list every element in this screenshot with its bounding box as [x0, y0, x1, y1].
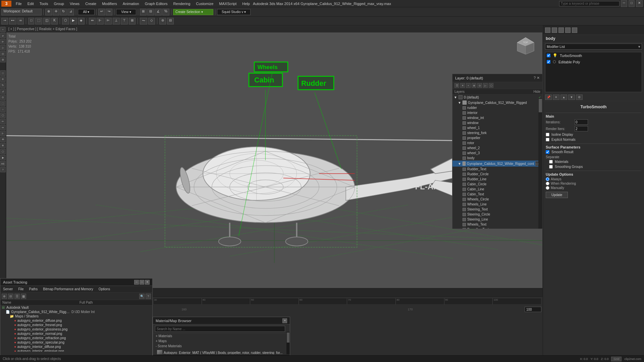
sidebar-freeze-cat[interactable]: ❄ [0, 143, 6, 148]
at-menu-bitmap[interactable]: Bitmap Performance and Memory [42, 287, 95, 291]
at-menu-file[interactable]: File [17, 287, 25, 291]
sidebar-align[interactable]: ⊩ [0, 131, 6, 136]
layer-item-rudder-text[interactable]: Rudder_Text≡ [452, 167, 542, 172]
layer-item-steering-fork[interactable]: steering_fork≡ [452, 130, 542, 135]
sidebar-rotate[interactable]: ↻ [0, 82, 6, 88]
layer-item-window[interactable]: window≡ [452, 120, 542, 125]
align-view-btn[interactable]: ⊨ [105, 18, 112, 24]
at-item-tex-8[interactable]: ■ autogyro_interior_emissive.png [0, 349, 152, 352]
sidebar-sel-rect[interactable]: ⬚ [0, 101, 6, 106]
mod-up-btn[interactable]: ▲ [560, 95, 567, 100]
sel-filter-btn[interactable]: □ [28, 18, 34, 24]
layer-item-rudder-circle[interactable]: Rudder_Circle≡ [452, 172, 542, 177]
at-item-tex-5[interactable]: ■ autogyro_exterior_refraction.png [0, 336, 152, 340]
snap-btn[interactable]: ⊞ [140, 9, 147, 15]
ts-manually-radio[interactable] [546, 186, 549, 190]
at-item-tex-3[interactable]: ■ autogyro_exterior_glossiness.png [0, 327, 152, 331]
at-menu-options[interactable]: Options [97, 287, 111, 291]
sidebar-help[interactable]: ? [0, 167, 6, 172]
menu-item-customize[interactable]: Customize [193, 1, 216, 6]
at-item-tex-2[interactable]: ■ autogyro_exterior_fresnel.png [0, 323, 152, 327]
menu-item-edit[interactable]: Edit [25, 1, 37, 6]
modifier-turbosmooth[interactable]: 💡 TurboSmooth [545, 52, 642, 59]
ribbon-btn[interactable]: ⊟ [167, 18, 174, 24]
sidebar-mirror[interactable]: ⇔ [0, 125, 6, 130]
mod-del-btn[interactable]: ✕ [553, 95, 559, 100]
create-selection-btn[interactable]: Create Selection ▾ [173, 9, 213, 15]
angle-snap-btn[interactable]: ∡ [155, 9, 162, 15]
menu-item-tools[interactable]: Tools [37, 1, 51, 6]
place-high-btn[interactable]: ⊤ [121, 18, 128, 24]
layer-item-rotor[interactable]: rotor≡ [452, 140, 542, 145]
ts-materials-checkbox[interactable] [549, 160, 553, 164]
normal-align-btn[interactable]: ⊥ [113, 18, 120, 24]
layer-item-cabin-text[interactable]: Cabin_Text≡ [452, 192, 542, 197]
layers-scroll-thumb[interactable] [539, 99, 542, 112]
grid-settings-btn[interactable]: Grid [611, 357, 622, 361]
menu-item-maxscript[interactable]: MAXScript [216, 1, 239, 6]
at-tb-1[interactable]: ⊕ [2, 294, 7, 299]
at-menu-server[interactable]: Server [2, 287, 14, 291]
rp-icon-5[interactable] [572, 27, 577, 33]
at-item-tex-4[interactable]: ■ autogyro_exterior_normal.png [0, 331, 152, 336]
at-tb-search[interactable]: 🔍 [139, 294, 145, 299]
layer-item-cont-selected[interactable]: ▼ Gyroplane_Calidus_912_White_Rigged_con… [452, 161, 542, 167]
sidebar-utilities[interactable]: ⚙ [0, 57, 6, 62]
menu-item-rendering[interactable]: Rendering [171, 1, 193, 6]
close-button[interactable]: ✕ [636, 0, 643, 7]
iso-user-grid-btn[interactable]: ⊞ [129, 18, 136, 24]
search-box[interactable]: Type a keyword or phrase [559, 1, 620, 6]
at-restore-btn[interactable]: □ [140, 280, 144, 285]
layers-tb-4[interactable]: ⊕ [472, 83, 476, 88]
mod-down-btn[interactable]: ▼ [568, 95, 575, 100]
tl-end-frame[interactable]: 100 [525, 307, 541, 312]
menu-item-create[interactable]: Create [83, 1, 99, 6]
link-btn[interactable]: ⊸ [1, 18, 8, 24]
ts-explicit-checkbox[interactable] [546, 138, 549, 141]
at-item-maps-folder[interactable]: 📁 Maps / Shaders [0, 314, 152, 318]
layer-item-wheel1[interactable]: wheel_1≡ [452, 125, 542, 130]
layer-item-wheels-circle[interactable]: Wheels_Circle≡ [452, 197, 542, 202]
at-tb-help[interactable]: ? [146, 294, 151, 299]
schematic-view-btn[interactable]: ◇ [148, 18, 155, 24]
layers-help-btn[interactable]: ? [534, 76, 536, 80]
material-editor-btn[interactable]: ◈ [78, 18, 85, 24]
menu-item-help[interactable]: Help [239, 1, 253, 6]
ts-smoothing-groups-checkbox[interactable] [549, 165, 553, 169]
layer-item-wheel2[interactable]: wheel_2≡ [452, 145, 542, 150]
menu-item-group[interactable]: Group [51, 1, 67, 6]
sidebar-move[interactable]: ✛ [0, 76, 6, 82]
layer-item-cabin-circle[interactable]: Cabin_Circle≡ [452, 182, 542, 187]
select-obj-btn[interactable]: ⊕ [45, 9, 52, 15]
layer-item-steering-line[interactable]: Steering_Line≡ [452, 217, 542, 222]
sidebar-sel-filter[interactable]: □ [0, 70, 6, 76]
curve-editor-btn[interactable]: 〜 [140, 18, 147, 24]
layer-item-propeller[interactable]: propeller≡ [452, 135, 542, 140]
sidebar-place[interactable]: ⊙ [0, 95, 6, 100]
ts-always-radio[interactable] [546, 177, 549, 181]
undo-btn[interactable]: ↩ [98, 9, 105, 15]
layer-item-rudder[interactable]: rudder≡ [452, 105, 542, 110]
at-minimize-btn[interactable]: ─ [134, 280, 139, 285]
layers-tb-6[interactable]: ▷ [483, 83, 488, 88]
rp-icon-1[interactable] [545, 27, 550, 33]
pct-snap-btn[interactable]: % [162, 9, 169, 15]
ts-update-button[interactable]: Update [546, 192, 568, 198]
layer-item-cabin-line[interactable]: Cabin_Line≡ [452, 187, 542, 192]
at-item-tex-6[interactable]: ■ autogyro_exterior_specular.png [0, 340, 152, 345]
ts-when-rendering-radio[interactable] [546, 182, 549, 185]
sidebar-render[interactable]: ▶ [0, 155, 6, 160]
layer-item-body[interactable]: body≡ [452, 156, 542, 161]
rotate-btn[interactable]: ↻ [60, 9, 67, 15]
layer-item-gyroplane[interactable]: ▼ Gyroplane_Calidus_912_White_Rigged ≡ [452, 100, 542, 105]
bind-space-warp-btn[interactable]: ∞ [17, 18, 24, 24]
mb-scrollbar[interactable] [286, 332, 290, 354]
layers-tb-2[interactable]: ✕ [460, 83, 465, 88]
rp-icon-3[interactable] [558, 27, 564, 33]
menu-item-views[interactable]: Views [67, 1, 82, 6]
layers-tb-1[interactable]: ☰ [454, 83, 459, 88]
modifier-editable-poly-checkbox[interactable] [547, 60, 550, 64]
menu-item-modifiers[interactable]: Modifiers [99, 1, 120, 6]
layer-item-rudder-line[interactable]: Rudder_Line≡ [452, 177, 542, 182]
sidebar-display[interactable]: ◎ [0, 51, 6, 56]
